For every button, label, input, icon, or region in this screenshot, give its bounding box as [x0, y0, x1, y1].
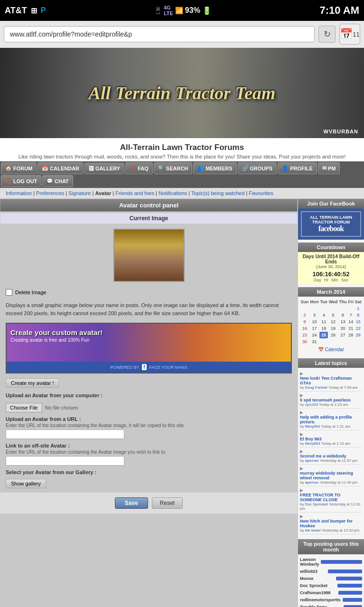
calendar-cell[interactable]: 13: [338, 318, 347, 325]
calendar-cell[interactable]: 17: [309, 325, 319, 332]
top-user-name[interactable]: Craftsman1998: [300, 590, 336, 595]
calendar-cell[interactable]: 20: [338, 325, 347, 332]
breadcrumb-information[interactable]: Information: [6, 190, 32, 196]
reset-button[interactable]: Reset: [152, 497, 183, 509]
calendar-cell[interactable]: 24: [309, 332, 319, 338]
delete-image-checkbox[interactable]: [6, 289, 12, 296]
link-offsite-input[interactable]: [6, 456, 124, 466]
top-user-row: willis923: [300, 568, 362, 575]
status-bar: AT&T ⊞ P 📱 4GLTE 📶 93% 🔋 7:10 AM: [0, 0, 364, 21]
calendar-cell[interactable]: 16: [300, 325, 309, 332]
pm-nav-icon: ✉: [322, 165, 327, 171]
calendar-cell[interactable]: 9: [300, 318, 309, 325]
create-my-avatar-button[interactable]: Create my avatar !: [6, 378, 59, 388]
breadcrumb-friends[interactable]: Friends and foes: [115, 190, 154, 196]
topic-link[interactable]: New look! Two Craftsman GTAs: [300, 376, 362, 385]
banner: All Terrain Tractor Team WVBURBAN: [0, 48, 364, 138]
breadcrumb-signature[interactable]: Signature: [68, 190, 91, 196]
nav-logout[interactable]: 🚪 LOG OUT: [1, 175, 41, 187]
topic-link[interactable]: New hitch and bumper for Huskee: [300, 519, 362, 528]
topic-author[interactable]: filboy863: [305, 441, 320, 446]
calendar-cell[interactable]: 5: [328, 312, 338, 318]
topic-link[interactable]: 5 spd tecumseh peerless: [300, 398, 362, 402]
facebook-box[interactable]: ALL TERRAIN LAWN TRACTOR FORUM facebook: [298, 208, 364, 240]
top-user-name[interactable]: Lawson Wimberly: [300, 557, 319, 567]
facebook-section: Join Our FaceBook ALL TERRAIN LAWN TRACT…: [298, 199, 364, 240]
topic-author[interactable]: Doug Fackler: [305, 385, 328, 390]
topic-author[interactable]: filboy863: [305, 424, 320, 429]
calendar-cell[interactable]: 1: [354, 305, 362, 312]
url-bar[interactable]: www.atltf.com/profile?mode=editprofile&p: [4, 26, 315, 42]
topic-link[interactable]: Help with adding a profile picture.: [300, 415, 362, 424]
topic-meta: by cjs1029 Today at 1:23 am: [300, 402, 362, 407]
calendar-cell[interactable]: 4: [319, 312, 328, 318]
members-nav-icon: 👥: [197, 165, 204, 171]
nav-profile[interactable]: 👤 PROFILE: [278, 162, 317, 174]
top-user-name[interactable]: Moose: [300, 576, 334, 581]
nav-chat[interactable]: 💬 CHAT: [42, 175, 73, 187]
topic-author[interactable]: apeman: [305, 480, 319, 485]
calendar-cell[interactable]: 19: [328, 325, 338, 332]
topic-author[interactable]: the beast: [305, 528, 321, 532]
calendar-cell[interactable]: 15: [354, 318, 362, 325]
top-user-name[interactable]: redlinemotorsportts: [300, 598, 341, 602]
calendar-cell[interactable]: 11: [319, 318, 328, 325]
calendar-cell[interactable]: 21: [347, 325, 354, 332]
calendar-cell[interactable]: 10: [309, 318, 319, 325]
calendar-cell[interactable]: 22: [354, 325, 362, 332]
breadcrumb-notifications[interactable]: Notifications: [159, 190, 187, 196]
top-user-name[interactable]: Doc Sprocket: [300, 583, 336, 588]
calendar-nav-label: CALENDAR: [50, 166, 79, 171]
show-gallery-button[interactable]: Show gallery: [6, 479, 46, 488]
calendar-cell[interactable]: 26: [328, 332, 338, 338]
calendar-cell[interactable]: 28: [347, 332, 354, 338]
status-icons: 📱 4GLTE 📶 93% 🔋: [154, 5, 212, 16]
topic-author[interactable]: cjs1029: [305, 402, 318, 407]
topic-author[interactable]: apeman: [305, 458, 319, 463]
latest-topic-item: ▶ murray widebody steering wheel removal…: [300, 465, 362, 486]
breadcrumb-favourites[interactable]: Favourites: [249, 190, 273, 196]
topic-link[interactable]: Scored me a widebody: [300, 454, 362, 458]
calendar-cell[interactable]: 2: [300, 312, 309, 318]
calendar-cell[interactable]: 31: [309, 338, 319, 345]
topic-meta: by filboy863 Today at 1:21 am: [300, 424, 362, 429]
calendar-cell[interactable]: 7: [347, 312, 354, 318]
calendar-cell[interactable]: 23: [300, 332, 309, 338]
nav-groups[interactable]: 🔗 GROUPS: [238, 162, 277, 174]
calendar-cell[interactable]: 12: [328, 318, 338, 325]
calendar-cell[interactable]: 27: [338, 332, 347, 338]
nav-search[interactable]: 🔍 SEARCH: [154, 162, 192, 174]
nav-forum[interactable]: 🏠 FORUM: [1, 162, 37, 174]
reload-button[interactable]: ↻: [318, 26, 336, 43]
choose-file-button[interactable]: Choose File: [6, 403, 42, 412]
nav-calendar[interactable]: 📅 CALENDAR: [37, 162, 84, 174]
top-user-name[interactable]: willis923: [300, 569, 326, 574]
calendar-cell[interactable]: 18: [319, 325, 328, 332]
calendar-cell[interactable]: 6: [338, 312, 347, 318]
upload-url-input[interactable]: [6, 430, 124, 439]
calendar-cell: [319, 338, 328, 345]
topic-link[interactable]: El Boy 863: [300, 437, 362, 441]
create-avatar-btn-row: Create my avatar !: [0, 375, 298, 391]
calendar-link[interactable]: 📅 Calendar: [318, 347, 344, 352]
nav-members[interactable]: 👥 MEMBERS: [193, 162, 236, 174]
nav-gallery[interactable]: 🖼 GALLERY: [84, 163, 124, 174]
topic-author[interactable]: Doc Sprocket: [305, 502, 328, 506]
calendar-cell[interactable]: 3: [309, 312, 319, 318]
calendar-button[interactable]: 📅 11: [339, 24, 360, 45]
latest-topic-item: ▶ New look! Two Craftsman GTAs by Doug F…: [300, 370, 362, 392]
topic-link[interactable]: murray widebody steering wheel removal: [300, 471, 362, 480]
calendar-cell[interactable]: 30: [300, 338, 309, 345]
breadcrumb-topics-watched[interactable]: Topic(s) being watched: [191, 190, 245, 196]
top-user-name[interactable]: Trouble Pony: [300, 605, 342, 607]
breadcrumb-preferences[interactable]: Preferences: [36, 190, 64, 196]
calendar-cell[interactable]: 29: [354, 332, 362, 338]
calendar-cell[interactable]: 8: [354, 312, 362, 318]
nav-pm[interactable]: ✉ PM: [318, 162, 340, 174]
calendar-cell[interactable]: 14: [347, 318, 354, 325]
topic-link[interactable]: FREE TRACTOR TO SOMEONE CLOSE: [300, 493, 362, 502]
calendar-cell[interactable]: 25: [319, 332, 328, 338]
forum-title-area: All-Terrain Lawn Tractor Forums Like rid…: [0, 138, 364, 161]
nav-faq[interactable]: ❓ FAQ: [125, 162, 153, 174]
save-button[interactable]: Save: [115, 497, 148, 509]
